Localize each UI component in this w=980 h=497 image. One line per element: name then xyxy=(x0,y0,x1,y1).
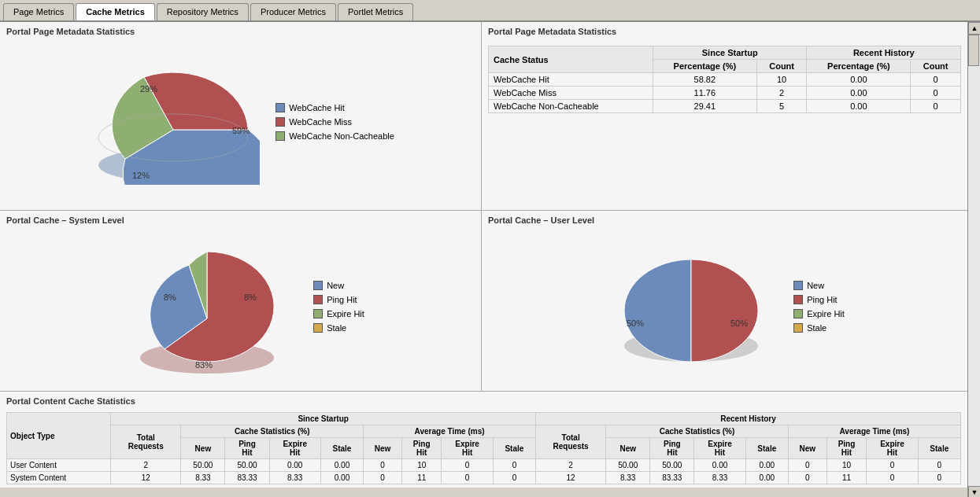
col-recent-history: Recent History xyxy=(807,46,961,60)
uc-ss-avg-ping: 10 xyxy=(401,459,442,472)
scroll-up-button[interactable]: ▲ xyxy=(968,22,980,35)
top-left-panel: Portal Page Metadata Statistics xyxy=(0,22,482,210)
legend-label-sys-ping: Ping Hit xyxy=(327,295,357,304)
col-since-startup-header: Since Startup xyxy=(111,413,536,425)
legend-color-miss xyxy=(276,117,285,127)
legend-usr-stale: Stale xyxy=(793,323,845,333)
legend-label-sys-expire: Expire Hit xyxy=(327,309,364,318)
sc-rh-stale: 0.00 xyxy=(745,472,788,484)
user-level-pie: 50% 50% xyxy=(605,244,778,370)
uc-ss-new: 50.00 xyxy=(181,459,225,472)
tab-portlet-metrics[interactable]: Portlet Metrics xyxy=(338,3,413,20)
scrollbar[interactable]: ▲ ▼ xyxy=(967,22,980,497)
page-metadata-table: Cache Status Since Startup Recent Histor… xyxy=(488,46,961,113)
legend-color-noncacheable xyxy=(276,131,285,141)
mid-right-title: Portal Cache – User Level xyxy=(482,211,967,228)
sys-label-ping: 83% xyxy=(195,360,213,370)
col-ss-pct: Percentage (%) xyxy=(653,60,756,73)
sc-ss-avg-ping: 11 xyxy=(401,472,442,484)
tab-producer-metrics[interactable]: Producer Metrics xyxy=(250,3,336,20)
mid-left-title: Portal Cache – System Level xyxy=(0,211,481,228)
table-row-user-content: User Content 2 50.00 50.00 0.00 0.00 0 1… xyxy=(7,459,961,472)
col-ss-avg-expire: ExpireHit xyxy=(442,438,493,459)
uc-ss-stale: 0.00 xyxy=(320,459,363,472)
legend-label-miss: WebCache Miss xyxy=(289,117,352,127)
col-since-startup: Since Startup xyxy=(653,46,807,60)
tab-cache-metrics[interactable]: Cache Metrics xyxy=(76,3,155,20)
legend-label-usr-stale: Stale xyxy=(807,323,827,333)
mid-left-legend: New Ping Hit Expire Hit xyxy=(313,281,364,333)
legend-label-usr-ping: Ping Hit xyxy=(807,295,838,304)
pie-label-noncacheable: 29% xyxy=(140,84,157,94)
pie-label-hit: 59% xyxy=(232,126,250,135)
uc-rh-avg-stale: 0 xyxy=(918,459,960,472)
uc-ss-avg-new: 0 xyxy=(364,459,402,472)
uc-rh-avg-expire: 0 xyxy=(867,459,918,472)
row-webcache-noncacheable-name: WebCache Non-Cacheable xyxy=(489,100,653,113)
legend-label-usr-expire: Expire Hit xyxy=(807,309,845,318)
mid-left-panel: Portal Cache – System Level xyxy=(0,211,482,391)
col-ss-expire: ExpireHit xyxy=(269,438,320,459)
scroll-down-button[interactable]: ▼ xyxy=(968,486,980,497)
row-webcache-hit-rh-count: 0 xyxy=(911,73,961,87)
col-rh-avg-new: New xyxy=(788,438,827,459)
uc-rh-expire: 0.00 xyxy=(694,459,745,472)
col-ss-stale: Stale xyxy=(320,438,363,459)
uc-ss-ping: 50.00 xyxy=(225,459,269,472)
uc-rh-avg-new: 0 xyxy=(788,459,827,472)
row-webcache-noncacheable-ss-pct: 29.41 xyxy=(653,100,756,113)
row-webcache-miss-rh-count: 0 xyxy=(911,87,961,100)
main-container: Page Metrics Cache Metrics Repository Me… xyxy=(0,0,980,497)
sc-rh-avg-ping: 11 xyxy=(827,472,867,484)
table-row: WebCache Miss 11.76 2 0.00 0 xyxy=(489,87,961,100)
tab-repository-metrics[interactable]: Repository Metrics xyxy=(157,3,249,20)
row-webcache-miss-rh-pct: 0.00 xyxy=(807,87,911,100)
tab-page-metrics[interactable]: Page Metrics xyxy=(3,3,74,20)
uc-rh-new: 50.00 xyxy=(606,459,650,472)
top-right-title: Portal Page Metadata Statistics xyxy=(482,22,967,39)
sys-label-expire: 8% xyxy=(244,293,257,302)
top-left-title: Portal Page Metadata Statistics xyxy=(0,22,481,39)
col-rh-avg-stale: Stale xyxy=(918,438,960,459)
legend-color-usr-expire xyxy=(793,309,803,318)
col-rh-avg-time: Average Time (ms) xyxy=(788,425,960,438)
legend-label-noncacheable: WebCache Non-Cacheable xyxy=(289,131,394,141)
row-webcache-hit-ss-count: 10 xyxy=(756,73,807,87)
sc-ss-ping: 83.33 xyxy=(225,472,269,484)
row-webcache-noncacheable-ss-count: 5 xyxy=(756,100,807,113)
col-ss-avg-ping: PingHit xyxy=(401,438,442,459)
mid-right-legend: New Ping Hit Expire Hit xyxy=(793,281,845,333)
col-cache-status: Cache Status xyxy=(489,46,653,73)
col-ss-cache-stats: Cache Statistics (%) xyxy=(181,425,364,438)
legend-color-sys-ping xyxy=(313,295,323,304)
sc-ss-stale: 0.00 xyxy=(320,472,363,484)
col-rh-avg-expire: ExpireHit xyxy=(867,438,918,459)
col-ss-count: Count xyxy=(756,60,807,73)
col-ss-total-req: TotalRequests xyxy=(111,425,181,459)
scroll-thumb[interactable] xyxy=(968,35,979,66)
row-webcache-hit-ss-pct: 58.82 xyxy=(653,73,756,87)
legend-sys-expire: Expire Hit xyxy=(313,309,364,318)
col-rh-new: New xyxy=(606,438,650,459)
uc-ss-avg-expire: 0 xyxy=(442,459,493,472)
sc-ss-expire: 8.33 xyxy=(269,472,320,484)
col-recent-history-header: Recent History xyxy=(536,413,961,425)
uc-rh-avg-ping: 10 xyxy=(827,459,867,472)
sc-rh-total: 12 xyxy=(536,472,606,484)
bottom-panel: Portal Content Cache Statistics Object T… xyxy=(0,392,967,488)
legend-color-usr-ping xyxy=(793,295,803,304)
col-rh-avg-ping: PingHit xyxy=(827,438,867,459)
legend-usr-new: New xyxy=(793,281,845,290)
top-left-legend: WebCache Hit WebCache Miss WebCache Non-… xyxy=(276,103,394,141)
col-ss-avg-stale: Stale xyxy=(493,438,535,459)
col-ss-new: New xyxy=(181,438,225,459)
legend-webcache-miss: WebCache Miss xyxy=(276,117,394,127)
legend-color-usr-stale xyxy=(793,323,803,333)
legend-sys-new: New xyxy=(313,281,364,290)
legend-color-usr-new xyxy=(793,281,803,290)
uc-rh-ping: 50.00 xyxy=(650,459,694,472)
row-webcache-hit-name: WebCache Hit xyxy=(489,73,653,87)
uc-ss-expire: 0.00 xyxy=(269,459,320,472)
table-row: WebCache Hit 58.82 10 0.00 0 xyxy=(489,73,961,87)
legend-color-hit xyxy=(276,103,285,112)
